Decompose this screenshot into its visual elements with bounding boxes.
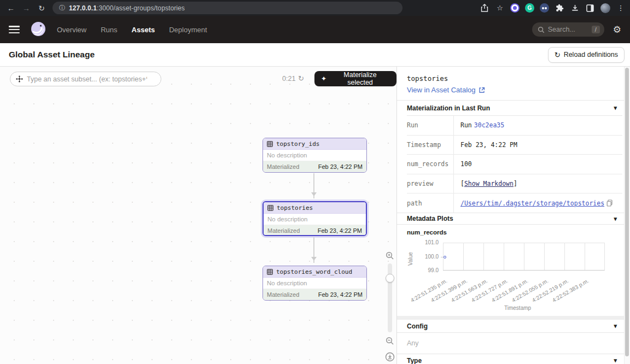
chart-plot-area [443,243,605,271]
extension-glasses-icon[interactable] [540,3,549,13]
asset-node-timestamp: Feb 23, 4:22 PM [318,163,363,170]
metadata-value: Feb 23, 4:22 PM [454,141,524,149]
asset-node-name: topstories [277,204,313,212]
graph-refresh-icon[interactable]: ↻ [298,74,304,83]
zoom-out-icon[interactable] [386,337,394,345]
site-info-icon[interactable]: ⓘ [59,4,65,12]
nav-links: Overview Runs Assets Deployment [57,26,207,34]
asset-node-description: No description [264,214,366,225]
metadata-key: num_records [407,155,454,174]
lineage-edge [313,237,314,263]
forward-icon[interactable]: → [20,2,33,15]
nav-item-assets[interactable]: Assets [132,26,155,34]
asset-node-topstory-ids[interactable]: topstory_ids No description Materialized… [262,138,367,173]
chart-x-ticks: 4:22:51.235 p.m. 4:22:51.399 p.m. 4:22:5… [407,272,622,303]
browser-chrome: ← → ↻ ⓘ 127.0.0.1:3000/asset-groups/tops… [0,0,630,16]
asset-node-name: topstories_word_cloud [276,268,352,275]
asset-subset-input[interactable] [27,75,147,83]
hamburger-menu-icon[interactable] [9,26,20,33]
share-icon[interactable] [480,3,489,13]
metadata-value: 100 [454,160,479,168]
collapse-caret-icon[interactable]: ▾ [614,104,617,111]
asset-node-name: topstory_ids [276,140,319,148]
metadata-row-preview: preview [Show Markdown] [407,174,622,194]
browser-profile-avatar[interactable] [600,3,610,13]
search-input[interactable] [548,26,588,33]
asset-node-description: No description [263,278,366,289]
run-id-link[interactable]: 30c2ea35 [474,121,504,129]
asset-graph-icon [16,75,23,83]
app-root: ← → ↻ ⓘ 127.0.0.1:3000/asset-groups/tops… [0,0,630,364]
chart-y-axis-label: Value [407,252,413,266]
config-value: Any [407,339,419,347]
asset-node-status: Materialized [267,227,300,234]
metadata-row-timestamp: Timestamp Feb 23, 4:22 PM [407,136,622,155]
extension-grammarly-icon[interactable]: G [525,3,534,13]
plot-title: num_records [407,229,447,236]
metadata-table: Run Run 30c2ea35 Timestamp Feb 23, 4:22 … [407,115,622,213]
metadata-key: Timestamp [407,136,454,155]
search-icon [538,26,545,33]
asset-subset-filter[interactable] [10,72,161,86]
nav-item-deployment[interactable]: Deployment [169,26,207,34]
panel-asset-name: topstories [407,74,448,83]
refresh-countdown: 0:21 [282,75,295,83]
address-bar[interactable]: ⓘ 127.0.0.1:3000/asset-groups/topstories [52,2,402,14]
dagster-logo[interactable] [30,21,47,38]
view-in-asset-catalog-link[interactable]: View in Asset Catalog [407,86,485,94]
back-icon[interactable]: ← [4,2,18,15]
panel-scrollbar-thumb[interactable] [625,68,629,356]
reload-definitions-button[interactable]: ↻ Reload definitions [548,47,625,63]
sidebar-square-icon[interactable] [585,3,595,13]
global-search[interactable]: / [532,22,604,37]
reload-page-icon[interactable]: ↻ [35,2,48,15]
collapse-caret-icon[interactable]: ▾ [614,322,617,330]
section-materialization-header[interactable]: Materialization in Last Run ▾ [397,100,625,115]
app-nav-bar: Overview Runs Assets Deployment / ⚙ [0,16,630,43]
table-icon [267,141,273,147]
asset-node-topstories[interactable]: topstories No description Materialized F… [262,201,367,236]
bracket: [ [460,180,464,187]
section-label: Materialization in Last Run [407,104,490,112]
table-icon [267,269,273,275]
metadata-key: path [407,193,454,213]
copy-path-icon[interactable] [606,199,613,207]
external-link-icon [479,87,485,93]
lineage-edge [313,173,314,198]
zoom-slider-thumb[interactable] [386,274,394,283]
zoom-to-fit-icon[interactable] [385,352,395,362]
bookmark-star-icon[interactable]: ☆ [495,3,505,13]
section-config-header[interactable]: Config ▾ [397,320,625,333]
settings-gear-icon[interactable]: ⚙ [613,24,621,36]
asset-lineage-graph[interactable]: 0:21 ↻ ✦ Materialize selected topstory_i… [0,67,397,364]
browser-menu-kebab-icon[interactable]: ⋮ [616,3,626,13]
section-metadata-plots-header[interactable]: Metadata Plots ▾ [397,213,625,225]
section-type-header[interactable]: Type ▾ [397,354,625,364]
asset-node-status: Materialized [267,163,299,170]
run-prefix: Run [460,121,472,129]
collapse-caret-icon[interactable]: ▾ [614,357,617,364]
url-text: 127.0.0.1:3000/asset-groups/topstories [69,4,185,12]
extension-clock-icon[interactable] [510,3,520,13]
url-path: :3000/asset-groups/topstories [97,4,185,12]
y-tick: 101.0 [417,239,439,245]
collapse-caret-icon[interactable]: ▾ [614,215,617,222]
materialize-selected-button[interactable]: ✦ Materialize selected [314,71,396,86]
zoom-in-icon[interactable] [386,251,394,260]
path-link[interactable]: /Users/tim/.dagster/storage/topstories [460,199,604,207]
asset-node-topstories-word-cloud[interactable]: topstories_word_cloud No description Mat… [262,266,367,301]
data-point[interactable] [444,256,446,259]
url-host: 127.0.0.1 [69,4,97,12]
panel-scrollbar[interactable] [624,67,630,364]
metadata-key: preview [407,174,454,193]
downloads-icon[interactable] [570,3,580,13]
nav-item-overview[interactable]: Overview [57,26,86,34]
nav-item-runs[interactable]: Runs [101,26,117,34]
search-shortcut-badge: / [592,26,600,33]
section-label: Config [407,322,428,330]
extensions-puzzle-icon[interactable] [555,3,564,13]
metadata-row-path: path /Users/tim/.dagster/storage/topstor… [407,193,622,213]
chart-x-axis-label: Timestamp [504,305,531,311]
materialize-selected-label: Materialize selected [330,71,390,86]
show-markdown-link[interactable]: Show Markdown [464,180,514,187]
